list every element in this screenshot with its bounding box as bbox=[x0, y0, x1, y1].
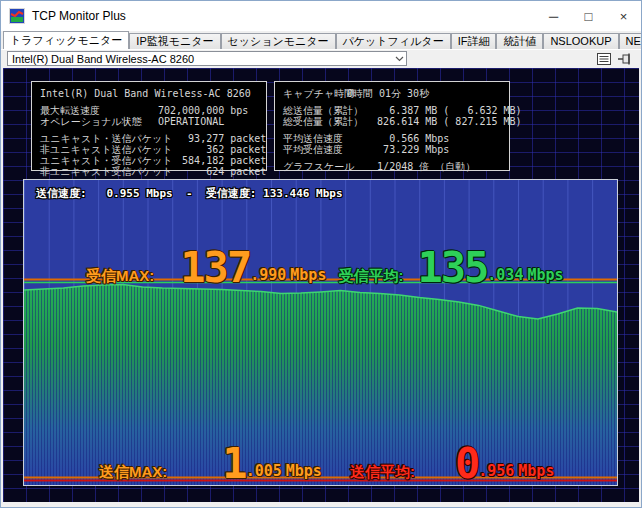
stat-row: キャプチャ時間0時間 01分 30秒 bbox=[283, 88, 501, 99]
send-avg-value: 0 bbox=[455, 448, 478, 480]
tab-bar: トラフィックモニター IP監視モニター セッションモニター パケットフィルター … bbox=[1, 31, 641, 49]
send-max-frac: .005 bbox=[246, 463, 282, 480]
send-avg-unit: Mbps bbox=[518, 463, 554, 480]
interface-info-panel: Intel(R) Dual Band Wireless-AC 8260 最大転送… bbox=[31, 81, 267, 171]
recv-avg-value: 135 bbox=[417, 252, 487, 284]
recv-max-frac: .990 bbox=[250, 267, 286, 284]
stat-row: グラフスケール 1/2048 倍 （自動） bbox=[283, 161, 501, 172]
app-icon bbox=[9, 8, 25, 24]
current-speed-label: 送信速度: 0.955 Mbps - 受信速度: 133.446 Mbps bbox=[36, 186, 343, 201]
tab-ip-monitor[interactable]: IP監視モニター bbox=[129, 33, 220, 49]
recv-max-label: 受信MAX: bbox=[86, 267, 154, 284]
tab-if-detail[interactable]: IF詳細 bbox=[451, 33, 497, 49]
tab-traffic-monitor[interactable]: トラフィックモニター bbox=[3, 31, 129, 49]
stat-row: 総受信量（累計） 826.614 MB ( 827.215 MB) bbox=[283, 116, 501, 127]
close-button[interactable]: × bbox=[606, 1, 641, 31]
send-stats-row: 送信MAX: 1 .005 Mbps 送信平均: 0 .956 Mbps bbox=[24, 442, 617, 480]
title-bar: TCP Monitor Plus ─ □ × bbox=[1, 1, 641, 31]
adapter-select[interactable]: Intel(R) Dual Band Wireless-AC 8260 bbox=[7, 51, 407, 66]
list-view-icon bbox=[597, 53, 611, 65]
capture-stats-panel: キャプチャ時間0時間 01分 30秒 総送信量（累計） 6.387 MB ( 6… bbox=[274, 81, 510, 171]
stat-row: 非ユニキャスト送信パケット 362 packet bbox=[40, 144, 258, 155]
stat-row: ユニキャスト・受信パケット 584,182 packet bbox=[40, 155, 258, 166]
send-avg-frac: .956 bbox=[478, 463, 514, 480]
recv-avg-unit: Mbps bbox=[527, 267, 563, 284]
recv-max-value: 137 bbox=[180, 252, 250, 284]
window-title: TCP Monitor Plus bbox=[32, 9, 126, 23]
recv-max-unit: Mbps bbox=[290, 267, 326, 284]
recv-avg-frac: .034 bbox=[487, 267, 523, 284]
maximize-button[interactable]: □ bbox=[571, 1, 606, 31]
adapter-select-value: Intel(R) Dual Band Wireless-AC 8260 bbox=[12, 53, 392, 65]
tab-session-monitor[interactable]: セッションモニター bbox=[221, 33, 336, 49]
adapter-name: Intel(R) Dual Band Wireless-AC 8260 bbox=[40, 88, 251, 99]
stat-row: ユニキャスト・送信パケット 93,277 packet bbox=[40, 133, 258, 144]
stat-row: オペレーショナル状態OPERATIONAL bbox=[40, 116, 258, 127]
send-avg-label: 送信平均: bbox=[350, 463, 415, 480]
toolbar-buttons bbox=[595, 51, 635, 66]
recv-avg-label: 受信平均: bbox=[338, 267, 403, 284]
stat-row: 総送信量（累計） 6.387 MB ( 6.632 MB) bbox=[283, 105, 501, 116]
pin-icon bbox=[618, 53, 634, 65]
toolbar: Intel(R) Dual Band Wireless-AC 8260 bbox=[1, 49, 641, 67]
window-controls: ─ □ × bbox=[536, 1, 641, 31]
stat-row: 最大転送速度702,000,000 bps bbox=[40, 105, 258, 116]
tab-nslookup[interactable]: NSLOOKUP bbox=[543, 33, 618, 49]
traffic-chart bbox=[24, 180, 617, 485]
send-max-label: 送信MAX: bbox=[99, 463, 167, 480]
stat-row: 平均受信速度 73.229 Mbps bbox=[283, 144, 501, 155]
send-max-value: 1 bbox=[222, 448, 245, 480]
tab-netstat[interactable]: NETSTAT bbox=[619, 33, 642, 49]
stat-row: 平均送信速度 0.566 Mbps bbox=[283, 133, 501, 144]
tab-packet-filter[interactable]: パケットフィルター bbox=[336, 33, 451, 49]
stat-row: 非ユニキャスト受信パケット 624 packet bbox=[40, 166, 258, 177]
traffic-graph-panel: 送信速度: 0.955 Mbps - 受信速度: 133.446 Mbps 受信… bbox=[23, 179, 618, 486]
app-window: TCP Monitor Plus ─ □ × トラフィックモニター IP監視モニ… bbox=[0, 0, 642, 508]
recv-stats-row: 受信MAX: 137 .990 Mbps 受信平均: 135 .034 Mbps bbox=[24, 238, 617, 284]
chevron-down-icon bbox=[392, 56, 406, 62]
send-max-unit: Mbps bbox=[286, 463, 322, 480]
client-area: Intel(R) Dual Band Wireless-AC 8260 最大転送… bbox=[3, 68, 639, 502]
minimize-button[interactable]: ─ bbox=[536, 1, 571, 31]
pin-button[interactable] bbox=[617, 51, 635, 66]
list-view-button[interactable] bbox=[595, 51, 613, 66]
tab-statistics[interactable]: 統計値 bbox=[496, 33, 543, 49]
